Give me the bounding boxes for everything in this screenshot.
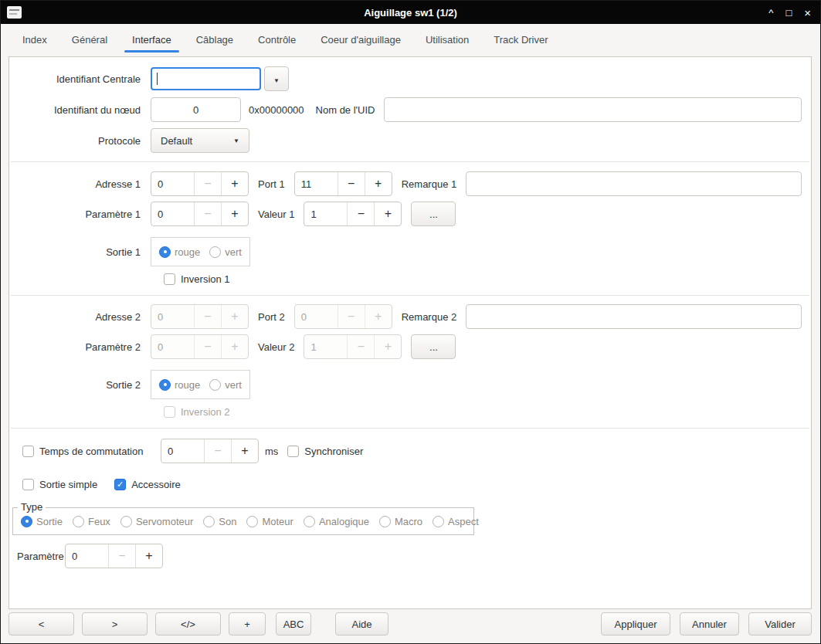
valeur-1-spinbox: − + — [304, 202, 402, 226]
sortie-1-vert-option[interactable]: vert — [209, 246, 242, 258]
parametre-2-increment-button: + — [221, 335, 248, 358]
parametre-2-spinbox: − + — [151, 334, 249, 359]
port-2-spinbox: − + — [294, 304, 392, 329]
inversion-2-checkbox: Inversion 2 — [164, 406, 230, 418]
adresse-1-input[interactable] — [151, 172, 194, 195]
type-analogique-option[interactable]: Analogique — [304, 516, 369, 527]
tabbar: Index Général Interface Câblage Contrôle… — [1, 24, 820, 56]
port-1-decrement-button[interactable]: − — [338, 172, 365, 195]
valeur-1-increment-button[interactable]: + — [374, 202, 401, 225]
tab-controle[interactable]: Contrôle — [246, 24, 307, 56]
apply-button[interactable]: Appliquer — [601, 612, 670, 636]
nom-uid-input[interactable] — [384, 97, 802, 122]
temps-commutation-checkbox[interactable]: Temps de commutation — [22, 446, 161, 457]
radio-checked-icon — [159, 246, 171, 258]
add-button[interactable]: + — [229, 612, 266, 636]
type-sortie-option[interactable]: Sortie — [21, 516, 63, 527]
temps-commutation-increment-button[interactable]: + — [231, 439, 258, 463]
type-son-option[interactable]: Son — [203, 516, 236, 527]
parametre-increment-button[interactable]: + — [135, 544, 162, 568]
help-button[interactable]: Aide — [335, 612, 388, 636]
type-option-label: Servomoteur — [136, 516, 193, 527]
port-2-label: Port 2 — [258, 311, 285, 323]
temps-commutation-spinbox: − + — [161, 439, 259, 463]
identifiant-noeud-input[interactable] — [151, 97, 241, 122]
parametre-1-decrement-button[interactable]: − — [194, 202, 221, 225]
temps-commutation-input[interactable] — [161, 439, 204, 463]
accessoire-checkbox[interactable]: ✓ Accessoire — [114, 479, 181, 490]
adresse-1-spinbox: − + — [151, 171, 249, 196]
abc-button[interactable]: ABC — [276, 612, 311, 636]
valeur-1-input[interactable] — [304, 202, 347, 225]
radio-unchecked-icon — [120, 516, 132, 527]
type-frame-title: Type — [18, 501, 46, 513]
valeur-1-decrement-button[interactable]: − — [347, 202, 374, 225]
sortie-2-rouge-option[interactable]: rouge — [159, 379, 200, 391]
synchroniser-checkbox[interactable]: Synchroniser — [287, 446, 363, 457]
valeur-2-more-button[interactable]: ... — [411, 334, 456, 359]
port-1-input[interactable] — [295, 172, 338, 195]
inversion-1-checkbox[interactable]: Inversion 1 — [164, 273, 230, 285]
parametre-1-increment-button[interactable]: + — [221, 202, 248, 225]
tab-general[interactable]: Général — [60, 24, 119, 56]
protocole-dropdown[interactable]: Default ▼ — [151, 128, 249, 153]
validate-button[interactable]: Valider — [748, 612, 812, 636]
close-icon[interactable]: × — [804, 7, 811, 19]
accessoire-label: Accessoire — [131, 479, 181, 490]
tab-interface[interactable]: Interface — [120, 24, 183, 56]
valeur-2-input — [304, 335, 347, 358]
parametre-1-label: Paramètre 1 — [9, 208, 151, 220]
sortie-2-vert-option[interactable]: vert — [209, 379, 242, 391]
code-button[interactable]: </> — [155, 612, 221, 636]
temps-commutation-decrement-button[interactable]: − — [204, 439, 231, 463]
valeur-2-increment-button: + — [374, 335, 401, 358]
valeur-1-label: Valeur 1 — [258, 208, 294, 220]
protocole-selected-value: Default — [161, 135, 192, 147]
minimize-icon[interactable]: ^ — [768, 8, 773, 18]
tab-cablage[interactable]: Câblage — [185, 24, 245, 56]
text-caret — [157, 73, 158, 85]
type-aspect-option[interactable]: Aspect — [433, 516, 479, 527]
valeur-1-more-button[interactable]: ... — [411, 202, 456, 226]
type-macro-option[interactable]: Macro — [379, 516, 422, 527]
adresse-1-decrement-button[interactable]: − — [194, 172, 221, 195]
adresse-1-increment-button[interactable]: + — [221, 172, 248, 195]
parametre-input[interactable] — [66, 544, 108, 568]
sortie-simple-checkbox[interactable]: Sortie simple — [22, 479, 97, 490]
ms-unit-label: ms — [265, 446, 278, 457]
protocole-label: Protocole — [9, 135, 151, 147]
dialog-footer: < > </> + ABC Aide Appliquer Annuler Val… — [8, 612, 812, 636]
maximize-icon[interactable]: □ — [785, 8, 792, 18]
parametre-1-input[interactable] — [151, 202, 194, 225]
checkbox-unchecked-icon — [22, 446, 34, 457]
remarque-2-input[interactable] — [466, 304, 802, 329]
identifiant-centrale-dropdown-button[interactable]: ▼ — [264, 66, 289, 91]
port-1-spinbox: − + — [294, 171, 392, 196]
tab-utilisation[interactable]: Utilisation — [414, 24, 480, 56]
remarque-1-input[interactable] — [466, 171, 802, 196]
adresse-1-label: Adresse 1 — [9, 178, 151, 190]
cancel-button[interactable]: Annuler — [680, 612, 739, 636]
checkbox-checked-icon: ✓ — [114, 479, 126, 490]
tab-coeur-aiguillage[interactable]: Coeur d'aiguillage — [309, 24, 412, 56]
tab-index[interactable]: Index — [11, 24, 59, 56]
radio-unchecked-icon — [209, 246, 221, 258]
parametre-1-spinbox: − + — [151, 202, 249, 226]
port-1-increment-button[interactable]: + — [365, 172, 392, 195]
parametre-2-label: Paramètre 2 — [9, 341, 151, 353]
parametre-spinbox: − + — [65, 544, 163, 568]
parametre-decrement-button[interactable]: − — [108, 544, 135, 568]
previous-button[interactable]: < — [8, 612, 74, 636]
type-servomoteur-option[interactable]: Servomoteur — [120, 516, 193, 527]
type-feux-option[interactable]: Feux — [73, 516, 110, 527]
identifiant-centrale-input[interactable] — [151, 67, 261, 90]
radio-unchecked-icon — [203, 516, 215, 527]
checkbox-unchecked-icon — [164, 406, 175, 418]
next-button[interactable]: > — [82, 612, 148, 636]
checkbox-unchecked-icon — [22, 479, 34, 490]
parametre-2-decrement-button: − — [194, 335, 221, 358]
type-radio-group: Type Sortie Feux Servomoteur Son Moteur — [12, 507, 474, 535]
type-moteur-option[interactable]: Moteur — [246, 516, 293, 527]
sortie-1-rouge-option[interactable]: rouge — [159, 246, 200, 258]
tab-track-driver[interactable]: Track Driver — [482, 24, 559, 56]
